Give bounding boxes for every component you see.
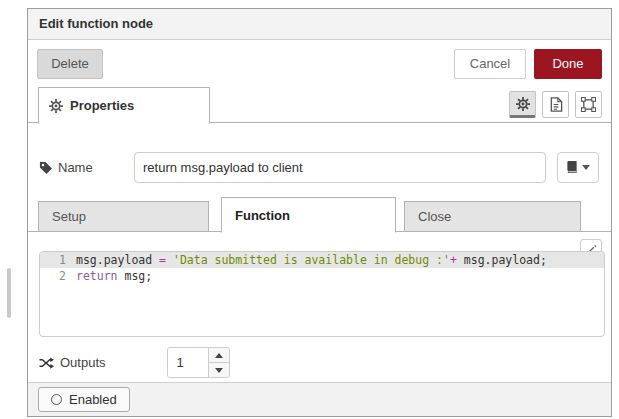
line-number: 1: [40, 252, 76, 268]
tab-properties-label: Properties: [70, 98, 134, 113]
code-editor[interactable]: 1msg.payload = 'Data submitted is availa…: [39, 251, 605, 337]
code-line[interactable]: 2return msg;: [40, 268, 604, 284]
name-label-text: Name: [58, 160, 93, 175]
outputs-spinner: [167, 347, 230, 378]
tab-function[interactable]: Function: [221, 197, 396, 233]
enabled-label: Enabled: [69, 392, 117, 407]
properties-form: Name Setup Function Close: [28, 123, 611, 376]
editor-icon-buttons: [509, 91, 602, 118]
page: Edit function node Delete Cancel Done Pr…: [0, 0, 619, 419]
cancel-button[interactable]: Cancel: [454, 49, 526, 79]
circle-icon: [51, 394, 62, 405]
node-description-button[interactable]: [542, 91, 569, 118]
delete-button[interactable]: Delete: [37, 49, 103, 79]
scope-icon: [581, 97, 596, 112]
gear-icon: [516, 97, 530, 111]
spinner-down-icon: [215, 368, 223, 373]
code-text: msg.payload = 'Data submitted is availab…: [76, 252, 547, 268]
properties-tab-bar: Properties: [28, 87, 611, 123]
spinner-buttons: [208, 348, 229, 377]
tab-close[interactable]: Close: [404, 201, 581, 232]
code-text: return msg;: [76, 268, 152, 284]
outputs-label-text: Outputs: [60, 355, 106, 370]
shuffle-icon: [39, 357, 54, 369]
enabled-toggle-button[interactable]: Enabled: [38, 387, 130, 412]
dialog-footer: Enabled: [28, 382, 611, 416]
outputs-input[interactable]: [168, 348, 208, 377]
page-scrollbar[interactable]: [7, 268, 11, 318]
done-button[interactable]: Done: [534, 49, 602, 79]
code-line[interactable]: 1msg.payload = 'Data submitted is availa…: [40, 252, 604, 268]
name-input[interactable]: [134, 152, 546, 183]
edit-function-node-dialog: Edit function node Delete Cancel Done Pr…: [27, 8, 612, 417]
name-field-label: Name: [39, 160, 134, 175]
chevron-down-icon: [582, 165, 590, 170]
book-icon: [566, 161, 578, 174]
tab-properties[interactable]: Properties: [38, 87, 210, 124]
tag-icon: [39, 161, 52, 174]
outputs-field-label: Outputs: [39, 355, 106, 370]
spinner-up-button[interactable]: [209, 348, 229, 363]
node-appearance-button[interactable]: [575, 91, 602, 118]
dialog-button-row: Delete Cancel Done: [28, 40, 611, 87]
gear-icon: [49, 99, 63, 113]
outputs-row: Outputs: [39, 347, 230, 378]
document-icon: [549, 97, 563, 112]
name-row: Name: [39, 152, 600, 183]
spinner-down-button[interactable]: [209, 363, 229, 377]
function-tabs: Setup Function Close: [28, 197, 611, 232]
dialog-title: Edit function node: [28, 9, 611, 40]
spinner-up-icon: [215, 353, 223, 358]
line-number: 2: [40, 268, 76, 284]
tab-setup[interactable]: Setup: [38, 201, 209, 232]
library-button[interactable]: [557, 152, 599, 183]
node-properties-button[interactable]: [509, 91, 536, 118]
